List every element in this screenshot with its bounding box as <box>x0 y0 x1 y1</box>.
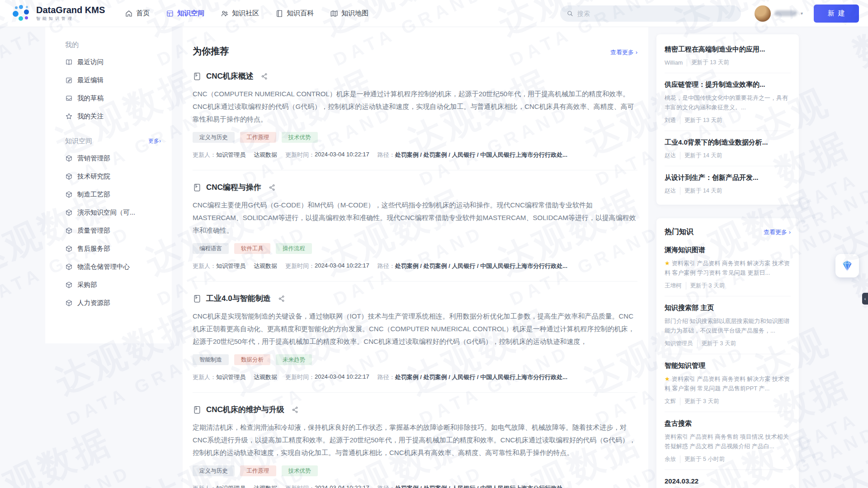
sidebar-space-quality[interactable]: 质量管理部 <box>65 221 164 239</box>
tag[interactable]: 工作原理 <box>240 465 276 476</box>
tag[interactable]: 定义与历史 <box>193 132 235 143</box>
panel-collapse-handle[interactable]: ‹ <box>862 293 868 305</box>
sidebar-item-label: 制造工艺部 <box>77 190 110 199</box>
hot-item-title: 知识搜索部 主页 <box>665 303 791 313</box>
updater: 知识管理员 <box>216 262 245 270</box>
tag[interactable]: 技术优势 <box>282 132 318 143</box>
sidebar-space-procurement[interactable]: 采购部 <box>65 276 164 294</box>
updated-at: 更新于 13 天前 <box>680 117 722 124</box>
sidebar-item-label: 营销管理部 <box>77 154 110 163</box>
search-icon <box>566 10 574 17</box>
sidebar-item-my-follows[interactable]: 我的关注 <box>65 107 164 125</box>
chevron-down-icon[interactable]: ▾ <box>801 11 803 16</box>
spaces-more-link[interactable]: 更多› <box>148 137 161 145</box>
article-card: CNC编程与操作 CNC编程主要使用G代码（G-CODE）和M代码（M-CODE… <box>193 182 637 282</box>
nav-item-knowledge-wiki[interactable]: 知识百科 <box>275 9 314 18</box>
nav-item-home[interactable]: 首页 <box>125 9 150 18</box>
sidebar-space-marketing[interactable]: 营销管理部 <box>65 149 164 167</box>
sidebar-section-my: 我的 <box>65 41 164 49</box>
cube-icon <box>65 155 73 162</box>
sidebar-item-label: 最近编辑 <box>77 76 104 84</box>
tag[interactable]: 编程语言 <box>193 243 229 254</box>
list-item[interactable]: 盘古搜索 资料索引 产品资料 商务售前 项目情况 技术相关 答疑解惑 产品文档 … <box>665 412 791 470</box>
global-search[interactable] <box>560 5 741 22</box>
sidebar-space-tech-research[interactable]: 技术研究院 <box>65 167 164 185</box>
hot-view-more-link[interactable]: 查看更多 › <box>764 228 791 236</box>
cube-icon <box>65 245 73 253</box>
inbox-icon <box>65 94 73 102</box>
community-icon <box>221 9 229 18</box>
sidebar-space-after-sales[interactable]: 售后服务部 <box>65 239 164 258</box>
star-icon <box>65 113 73 120</box>
hot-item-summary: ★资料索引 产品资料 商务资料 解决方案 技术资料 客户案例 常见问题 产品售前… <box>665 374 791 393</box>
sidebar-item-recent-edits[interactable]: 最近编辑 <box>65 71 164 89</box>
list-item[interactable]: 供应链管理：提升制造业效率的... 桃花，是中国传统文化中的重要花卉之一，具有丰… <box>665 73 791 131</box>
related-articles-card: 精密工程在高端制造业中的应用... William更新于 13 天前 供应链管理… <box>656 34 799 205</box>
article-title[interactable]: CNC机床的维护与升级 <box>206 404 284 415</box>
list-item[interactable]: 渊海知识图谱 ★资料索引 产品资料 商务资料 解决方案 技术资料 客户案例 学习… <box>665 239 791 296</box>
sidebar-item-recent-visits[interactable]: 最近访问 <box>65 53 164 71</box>
article-card: 工业4.0与智能制造 CNC机床是实现智能制造的关键设备，通过物联网（IOT）技… <box>193 293 637 393</box>
share-icon[interactable] <box>278 295 285 302</box>
tag[interactable]: 数据分析 <box>234 354 270 365</box>
tag[interactable]: 未来趋势 <box>276 354 312 365</box>
sidebar-item-label: 最近访问 <box>77 58 104 66</box>
new-create-button[interactable]: 新建 <box>814 5 859 23</box>
nav-label: 首页 <box>136 9 150 18</box>
tag[interactable]: 软件工具 <box>234 243 270 254</box>
tag[interactable]: 技术优势 <box>282 465 318 476</box>
tag[interactable]: 工作原理 <box>240 132 276 143</box>
hot-item-title: 2024.03.22 <box>665 476 791 486</box>
sidebar-item-label: 物流仓储管理中心 <box>77 263 130 271</box>
cube-icon <box>65 263 73 271</box>
list-item[interactable]: 智能知识管理 ★资料索引 产品资料 商务资料 解决方案 技术资料 客户案例 常见… <box>665 354 791 412</box>
article-meta: 更新人：知识管理员 达观数据 更新时间：2024-03-04 10:22:17 … <box>193 151 637 159</box>
list-item[interactable]: 2024.03.22 代申 王军军 本周完成工作 知识图谱 【bug】排查并解决… <box>665 470 791 488</box>
updated-at: 更新于 3 天前 <box>686 282 725 290</box>
list-item[interactable]: 从设计到生产：创新产品开发... 赵达更新于 14 天前 <box>665 166 791 201</box>
author: 赵达 <box>665 187 676 195</box>
share-icon[interactable] <box>261 73 268 80</box>
brand-logo[interactable]: DataGrand KMS 智能知识管理 <box>12 4 105 23</box>
nav-item-knowledge-community[interactable]: 知识社区 <box>221 9 259 18</box>
updater: 知识管理员 <box>216 151 245 159</box>
tag[interactable]: 智能制造 <box>193 354 229 365</box>
share-icon[interactable] <box>292 406 299 413</box>
article-title[interactable]: 工业4.0与智能制造 <box>206 293 271 304</box>
cube-icon <box>65 209 73 216</box>
article-title[interactable]: CNC编程与操作 <box>206 182 261 192</box>
article-title[interactable]: CNC机床概述 <box>206 71 254 81</box>
user-avatar[interactable] <box>755 5 771 22</box>
feed-view-more-link[interactable]: 查看更多 › <box>610 48 637 56</box>
list-item[interactable]: 精密工程在高端制造业中的应用... William更新于 13 天前 <box>665 38 791 73</box>
list-item[interactable]: 工业4.0背景下的制造业数据分析... 赵达更新于 14 天前 <box>665 131 791 166</box>
tag[interactable]: 定义与历史 <box>193 465 235 476</box>
org: 达观数据 <box>254 151 277 159</box>
sidebar-space-hr[interactable]: 人力资源部 <box>65 294 164 312</box>
related-article-title: 工业4.0背景下的制造业数据分析... <box>665 137 791 147</box>
updated-at: 更新于 3 天前 <box>680 398 719 405</box>
author: 王增柯 <box>665 282 682 290</box>
breadcrumb: 处罚案例 / 处罚案例 / 人民银行 / 中国人民银行上海市分行行政处... <box>395 262 567 270</box>
tag[interactable]: 操作流程 <box>276 243 312 254</box>
sidebar-space-manufacturing[interactable]: 制造工艺部 <box>65 185 164 203</box>
spaces-section-title: 知识空间 <box>65 137 92 145</box>
sidebar-item-my-drafts[interactable]: 我的草稿 <box>65 89 164 107</box>
star-icon: ★ <box>665 375 670 382</box>
cube-icon <box>65 227 73 235</box>
document-icon <box>193 72 202 81</box>
sidebar-space-logistics[interactable]: 物流仓储管理中心 <box>65 258 164 276</box>
assistant-float-button[interactable] <box>835 254 859 277</box>
list-item[interactable]: 知识搜索部 主页 部门介绍 知识搜索部以底层搜索能力和知识图谱能力为基础，不仅提… <box>665 296 791 354</box>
sidebar-space-demo[interactable]: 演示知识空间（可... <box>65 203 164 221</box>
nav-item-knowledge-space[interactable]: 知识空间 <box>166 9 204 18</box>
breadcrumb: 处罚案例 / 处罚案例 / 人民银行 / 中国人民银行上海市分行行政处... <box>395 373 567 381</box>
hot-item-summary: 部门介绍 知识搜索部以底层搜索能力和知识图谱能力为基础，不仅提供平台级产品服务，… <box>665 316 791 335</box>
hot-item-title: 盘古搜索 <box>665 418 791 428</box>
open-book-icon <box>65 58 73 66</box>
nav-item-knowledge-map[interactable]: 知识地图 <box>330 9 368 18</box>
user-area: ▾ <box>755 5 803 22</box>
sidebar-item-label: 售后服务部 <box>77 244 110 253</box>
share-icon[interactable] <box>269 184 276 191</box>
search-input[interactable] <box>577 10 735 17</box>
